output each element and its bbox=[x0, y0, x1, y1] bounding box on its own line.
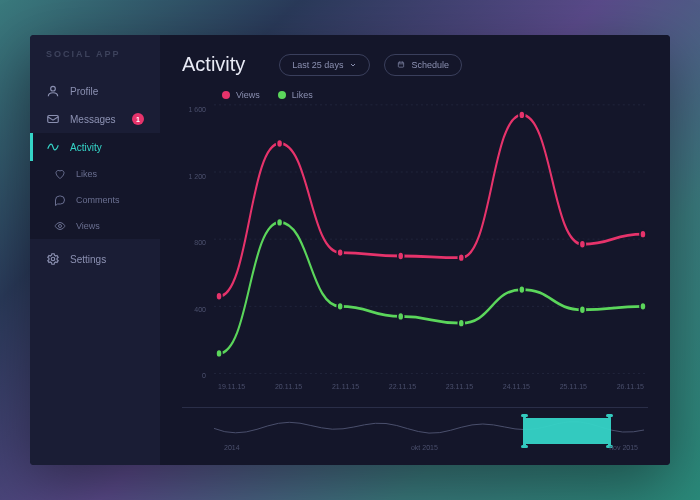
schedule-label: Schedule bbox=[411, 60, 449, 70]
sidebar-item-label: Likes bbox=[76, 169, 97, 179]
x-tick: 23.11.15 bbox=[446, 383, 473, 399]
schedule-button[interactable]: Schedule bbox=[384, 54, 462, 76]
x-tick: 25.11.15 bbox=[560, 383, 587, 399]
sidebar-item-label: Settings bbox=[70, 254, 106, 265]
sidebar: SOCIAL APP Profile Messages 1 Activity bbox=[30, 35, 160, 465]
sidebar-item-label: Messages bbox=[70, 114, 116, 125]
sidebar-item-label: Views bbox=[76, 221, 100, 231]
scrubber-labels: 2014okt 2015nov 2015 bbox=[214, 444, 648, 451]
svg-point-25 bbox=[640, 302, 646, 310]
heart-icon bbox=[54, 168, 66, 180]
svg-point-24 bbox=[579, 305, 585, 313]
sidebar-item-label: Activity bbox=[70, 142, 102, 153]
svg-point-14 bbox=[458, 253, 464, 261]
y-tick: 400 bbox=[182, 306, 206, 313]
date-range-select[interactable]: Last 25 days bbox=[279, 54, 370, 76]
x-axis: 19.11.1520.11.1521.11.1522.11.1523.11.15… bbox=[214, 383, 648, 399]
scrubber-handle-right[interactable] bbox=[608, 416, 611, 446]
scrubber-handle-left[interactable] bbox=[523, 416, 526, 446]
legend-label: Likes bbox=[292, 90, 313, 100]
svg-point-17 bbox=[640, 230, 646, 238]
scrubber-window[interactable] bbox=[524, 418, 610, 444]
sidebar-item-settings[interactable]: Settings bbox=[30, 245, 160, 273]
legend-dot bbox=[278, 91, 286, 99]
chart-legend: Views Likes bbox=[182, 86, 648, 102]
svg-rect-4 bbox=[399, 62, 404, 67]
svg-point-22 bbox=[458, 319, 464, 327]
x-tick: 26.11.15 bbox=[617, 383, 644, 399]
y-tick: 1 600 bbox=[182, 106, 206, 113]
x-tick: 21.11.15 bbox=[332, 383, 359, 399]
date-range-label: Last 25 days bbox=[292, 60, 343, 70]
y-tick: 0 bbox=[182, 372, 206, 379]
sidebar-item-label: Comments bbox=[76, 195, 120, 205]
calendar-icon bbox=[397, 61, 405, 69]
svg-point-23 bbox=[519, 285, 525, 293]
svg-rect-1 bbox=[48, 116, 59, 123]
svg-point-10 bbox=[216, 292, 222, 300]
svg-point-11 bbox=[277, 139, 283, 147]
svg-point-12 bbox=[337, 248, 343, 256]
y-tick: 1 200 bbox=[182, 173, 206, 180]
sidebar-item-label: Profile bbox=[70, 86, 98, 97]
sidebar-item-profile[interactable]: Profile bbox=[30, 77, 160, 105]
comment-icon bbox=[54, 194, 66, 206]
chart: 1 6001 2008004000 19.11.1520.11.1521.11.… bbox=[182, 102, 648, 399]
chart-plot[interactable]: 19.11.1520.11.1521.11.1522.11.1523.11.15… bbox=[214, 102, 648, 399]
sidebar-item-views[interactable]: Views bbox=[30, 213, 160, 239]
sidebar-item-likes[interactable]: Likes bbox=[30, 161, 160, 187]
svg-point-21 bbox=[398, 312, 404, 320]
legend-dot bbox=[222, 91, 230, 99]
legend-item-views: Views bbox=[222, 90, 260, 100]
x-tick: 22.11.15 bbox=[389, 383, 416, 399]
x-tick: 19.11.15 bbox=[218, 383, 245, 399]
sidebar-item-activity[interactable]: Activity bbox=[30, 133, 160, 161]
y-axis: 1 6001 2008004000 bbox=[182, 102, 214, 399]
legend-label: Views bbox=[236, 90, 260, 100]
y-tick: 800 bbox=[182, 239, 206, 246]
messages-badge: 1 bbox=[132, 113, 144, 125]
header: Activity Last 25 days Schedule bbox=[182, 53, 648, 76]
svg-point-18 bbox=[216, 349, 222, 357]
svg-point-13 bbox=[398, 252, 404, 260]
scrubber-label: 2014 bbox=[224, 444, 240, 451]
brand: SOCIAL APP bbox=[30, 49, 160, 77]
sidebar-item-comments[interactable]: Comments bbox=[30, 187, 160, 213]
svg-point-19 bbox=[277, 218, 283, 226]
scrubber-label: nov 2015 bbox=[609, 444, 638, 451]
svg-point-0 bbox=[51, 86, 56, 91]
sidebar-item-messages[interactable]: Messages 1 bbox=[30, 105, 160, 133]
app-window: SOCIAL APP Profile Messages 1 Activity bbox=[30, 35, 670, 465]
chevron-down-icon bbox=[349, 61, 357, 69]
svg-point-3 bbox=[51, 257, 55, 261]
legend-item-likes: Likes bbox=[278, 90, 313, 100]
timeline-scrubber[interactable]: 2014okt 2015nov 2015 bbox=[182, 407, 648, 451]
user-icon bbox=[46, 84, 60, 98]
svg-point-15 bbox=[519, 111, 525, 119]
eye-icon bbox=[54, 220, 66, 232]
svg-point-16 bbox=[579, 240, 585, 248]
page-title: Activity bbox=[182, 53, 245, 76]
x-tick: 20.11.15 bbox=[275, 383, 302, 399]
mail-icon bbox=[46, 112, 60, 126]
main-panel: Activity Last 25 days Schedule Views bbox=[160, 35, 670, 465]
scrubber-label: okt 2015 bbox=[411, 444, 438, 451]
gear-icon bbox=[46, 252, 60, 266]
activity-icon bbox=[46, 140, 60, 154]
svg-point-2 bbox=[59, 225, 62, 228]
x-tick: 24.11.15 bbox=[503, 383, 530, 399]
svg-point-20 bbox=[337, 302, 343, 310]
